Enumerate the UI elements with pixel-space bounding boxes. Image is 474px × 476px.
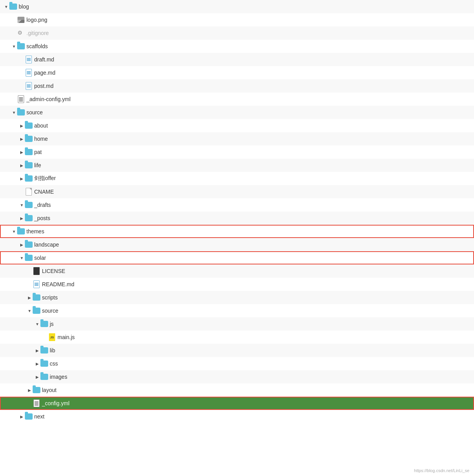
folder-icon	[25, 135, 33, 143]
folder-icon	[33, 386, 40, 394]
item-label-cname: CNAME	[34, 189, 54, 195]
item-label-lib: lib	[50, 347, 55, 354]
toggle-arrow[interactable]	[19, 255, 25, 261]
tree-row-blog[interactable]: blog	[0, 0, 474, 13]
tree-row-source[interactable]: source	[0, 106, 474, 119]
tree-row-life[interactable]: life	[0, 159, 474, 172]
tree-row-drafts[interactable]: _drafts	[0, 198, 474, 212]
folder-icon	[17, 228, 25, 235]
file-icon	[25, 188, 33, 196]
toggle-arrow[interactable]	[11, 43, 17, 49]
toggle-arrow[interactable]	[34, 347, 40, 354]
item-label-about: about	[34, 122, 48, 129]
item-label-license: LICENSE	[42, 268, 65, 274]
tree-row-draft-md[interactable]: draft.md	[0, 53, 474, 66]
toggle-arrow[interactable]	[19, 242, 25, 248]
item-label-home: home	[34, 136, 48, 142]
tree-row-scripts[interactable]: scripts	[0, 291, 474, 304]
folder-icon	[17, 108, 25, 116]
item-label-themes: themes	[26, 228, 44, 234]
item-label-blog: blog	[19, 4, 29, 10]
tree-row-posts[interactable]: _posts	[0, 212, 474, 225]
tree-row-landscape[interactable]: landscape	[0, 238, 474, 251]
toggle-arrow[interactable]	[19, 175, 25, 182]
toggle-arrow[interactable]	[19, 202, 25, 208]
tree-row-pat[interactable]: pat	[0, 145, 474, 159]
folder-icon	[25, 254, 33, 262]
tree-row-themes[interactable]: themes	[0, 225, 474, 238]
folder-icon	[40, 320, 48, 328]
toggle-arrow[interactable]	[26, 387, 33, 393]
toggle-arrow[interactable]	[19, 136, 25, 142]
item-label-scaffolds: scaffolds	[26, 43, 48, 49]
tree-row-cname[interactable]: CNAME	[0, 185, 474, 198]
toggle-arrow[interactable]	[19, 149, 25, 155]
toggle-arrow[interactable]	[34, 360, 40, 367]
folder-icon	[25, 214, 33, 222]
yml2-icon	[33, 399, 40, 407]
item-label-scripts: scripts	[42, 294, 58, 301]
md-icon	[33, 280, 40, 288]
md-icon	[25, 82, 33, 90]
toggle-arrow[interactable]	[34, 321, 40, 327]
folder-icon	[9, 3, 17, 10]
item-label-layout: layout	[42, 387, 56, 393]
toggle-arrow[interactable]	[34, 374, 40, 380]
item-label-js-folder: js	[50, 321, 54, 327]
item-label-gitignore: .gitignore	[26, 30, 49, 36]
folder-icon	[33, 294, 40, 301]
toggle-arrow[interactable]	[26, 294, 33, 301]
folder-icon	[33, 307, 40, 315]
tree-row-gitignore[interactable]: ⚙.gitignore	[0, 26, 474, 40]
tree-row-scaffolds[interactable]: scaffolds	[0, 40, 474, 53]
item-label-solar: solar	[34, 255, 46, 261]
tree-row-next[interactable]: next	[0, 410, 474, 423]
folder-icon	[25, 148, 33, 156]
tree-row-solar[interactable]: solar	[0, 251, 474, 264]
yml2-icon	[17, 95, 25, 103]
folder-icon	[25, 122, 33, 130]
tree-row-about[interactable]: about	[0, 119, 474, 132]
item-label-drafts: _drafts	[34, 202, 51, 208]
watermark: https://blog.csdn.net/LinLi_se	[414, 468, 469, 473]
item-label-posts: _posts	[34, 215, 50, 221]
toggle-arrow[interactable]	[19, 122, 25, 129]
tree-row-logo-png[interactable]: logo.png	[0, 13, 474, 26]
item-label-main-js: main.js	[58, 334, 75, 340]
md-icon	[25, 69, 33, 77]
item-label-landscape: landscape	[34, 242, 59, 248]
js-icon: JS	[48, 333, 56, 341]
tree-row-license[interactable]: LICENSE	[0, 264, 474, 278]
toggle-arrow[interactable]	[11, 228, 17, 234]
folder-icon	[40, 360, 48, 368]
tree-row-config-yml[interactable]: _config.yml	[0, 397, 474, 410]
toggle-arrow[interactable]	[19, 215, 25, 221]
toggle-arrow[interactable]	[11, 109, 17, 116]
item-label-life: life	[34, 162, 41, 168]
toggle-arrow[interactable]	[26, 308, 33, 314]
tree-row-home[interactable]: home	[0, 132, 474, 145]
md-icon	[25, 56, 33, 63]
item-label-source: source	[26, 109, 43, 116]
file-tree: bloglogo.png⚙.gitignorescaffoldsdraft.md…	[0, 0, 474, 476]
tree-row-page-md[interactable]: page.md	[0, 66, 474, 79]
toggle-arrow[interactable]	[19, 413, 25, 420]
folder-icon	[25, 241, 33, 248]
tree-row-lib[interactable]: lib	[0, 344, 474, 357]
tree-row-css[interactable]: css	[0, 357, 474, 370]
toggle-arrow[interactable]	[3, 4, 9, 10]
tree-row-main-js[interactable]: JSmain.js	[0, 331, 474, 344]
tree-row-js-folder[interactable]: js	[0, 317, 474, 331]
item-label-readme-md: README.md	[42, 281, 74, 287]
tree-row-images[interactable]: images	[0, 370, 474, 383]
folder-icon	[25, 161, 33, 169]
tree-row-admin-config-yml[interactable]: _admin-config.yml	[0, 93, 474, 106]
item-label-logo-png: logo.png	[26, 17, 47, 23]
tree-row-solar-source[interactable]: source	[0, 304, 474, 317]
tree-row-layout[interactable]: layout	[0, 383, 474, 397]
tree-row-post-md[interactable]: post.md	[0, 79, 474, 93]
toggle-arrow[interactable]	[19, 162, 25, 168]
tree-row-readme-md[interactable]: README.md	[0, 278, 474, 291]
tree-row-jianzhioffer[interactable]: 剑指offer	[0, 172, 474, 185]
item-label-images: images	[50, 374, 67, 380]
